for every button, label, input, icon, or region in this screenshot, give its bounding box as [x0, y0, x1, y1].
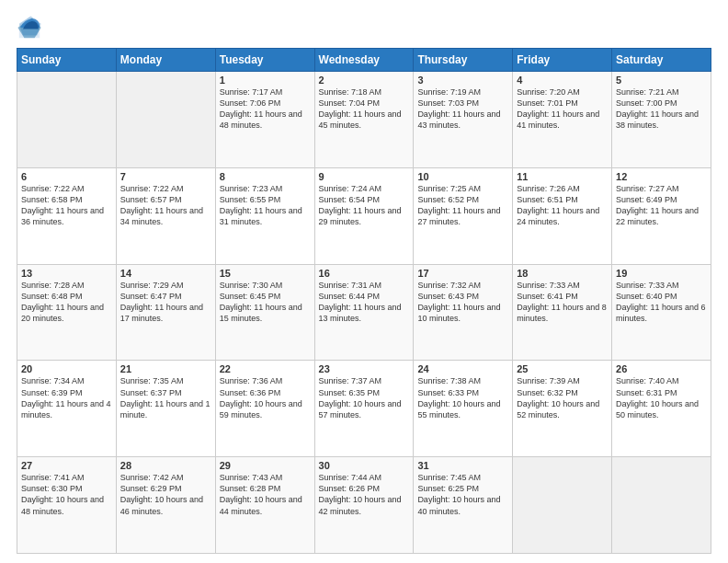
day-number: 11 [517, 171, 608, 182]
calendar-day-cell: 19Sunrise: 7:33 AMSunset: 6:40 PMDayligh… [612, 264, 711, 361]
calendar-day-header: Thursday [414, 49, 513, 72]
day-info: Sunrise: 7:20 AMSunset: 7:01 PMDaylight:… [517, 86, 608, 132]
day-info: Sunrise: 7:37 AMSunset: 6:35 PMDaylight:… [319, 375, 410, 420]
calendar-week-row: 6Sunrise: 7:22 AMSunset: 6:58 PMDaylight… [17, 167, 711, 264]
day-info: Sunrise: 7:18 AMSunset: 7:04 PMDaylight:… [319, 86, 410, 132]
day-info: Sunrise: 7:32 AMSunset: 6:43 PMDaylight:… [417, 280, 508, 325]
calendar-day-cell: 4Sunrise: 7:20 AMSunset: 7:01 PMDaylight… [513, 72, 612, 168]
calendar-day-cell [612, 457, 711, 554]
calendar-day-header: Monday [116, 49, 215, 72]
calendar-day-cell: 18Sunrise: 7:33 AMSunset: 6:41 PMDayligh… [513, 264, 612, 361]
calendar-day-cell: 1Sunrise: 7:17 AMSunset: 7:06 PMDaylight… [215, 72, 314, 168]
day-info: Sunrise: 7:31 AMSunset: 6:44 PMDaylight:… [319, 280, 410, 325]
day-number: 27 [21, 460, 112, 471]
day-info: Sunrise: 7:28 AMSunset: 6:48 PMDaylight:… [21, 280, 112, 325]
day-number: 24 [417, 363, 508, 374]
calendar-day-header: Friday [513, 49, 612, 72]
calendar-day-cell: 30Sunrise: 7:44 AMSunset: 6:26 PMDayligh… [314, 457, 414, 554]
day-number: 4 [517, 75, 608, 86]
day-info: Sunrise: 7:38 AMSunset: 6:33 PMDaylight:… [417, 375, 508, 420]
calendar-day-cell [17, 72, 117, 168]
day-info: Sunrise: 7:26 AMSunset: 6:51 PMDaylight:… [517, 183, 608, 228]
calendar-week-row: 1Sunrise: 7:17 AMSunset: 7:06 PMDaylight… [17, 72, 711, 168]
day-number: 2 [319, 75, 410, 86]
calendar-day-header: Wednesday [314, 49, 414, 72]
day-number: 20 [21, 363, 112, 374]
day-info: Sunrise: 7:42 AMSunset: 6:29 PMDaylight:… [120, 472, 211, 517]
day-info: Sunrise: 7:45 AMSunset: 6:25 PMDaylight:… [417, 472, 508, 517]
day-number: 29 [220, 460, 311, 471]
day-info: Sunrise: 7:33 AMSunset: 6:41 PMDaylight:… [517, 280, 608, 325]
day-info: Sunrise: 7:35 AMSunset: 6:37 PMDaylight:… [120, 375, 211, 420]
day-info: Sunrise: 7:43 AMSunset: 6:28 PMDaylight:… [220, 472, 311, 517]
calendar-day-header: Sunday [17, 49, 117, 72]
calendar-day-cell: 7Sunrise: 7:22 AMSunset: 6:57 PMDaylight… [116, 167, 215, 264]
day-number: 15 [220, 268, 311, 279]
calendar-day-cell: 22Sunrise: 7:36 AMSunset: 6:36 PMDayligh… [215, 361, 314, 457]
day-info: Sunrise: 7:24 AMSunset: 6:54 PMDaylight:… [319, 183, 410, 228]
calendar-day-cell: 10Sunrise: 7:25 AMSunset: 6:52 PMDayligh… [414, 167, 513, 264]
calendar-day-cell: 15Sunrise: 7:30 AMSunset: 6:45 PMDayligh… [215, 264, 314, 361]
day-info: Sunrise: 7:39 AMSunset: 6:32 PMDaylight:… [517, 375, 608, 420]
calendar-day-cell: 20Sunrise: 7:34 AMSunset: 6:39 PMDayligh… [17, 361, 117, 457]
day-number: 6 [21, 171, 112, 182]
day-number: 17 [417, 268, 508, 279]
calendar-day-cell: 16Sunrise: 7:31 AMSunset: 6:44 PMDayligh… [314, 264, 414, 361]
calendar-day-cell: 26Sunrise: 7:40 AMSunset: 6:31 PMDayligh… [612, 361, 711, 457]
day-info: Sunrise: 7:19 AMSunset: 7:03 PMDaylight:… [417, 86, 508, 132]
day-info: Sunrise: 7:34 AMSunset: 6:39 PMDaylight:… [21, 375, 112, 420]
day-info: Sunrise: 7:22 AMSunset: 6:58 PMDaylight:… [21, 183, 112, 228]
calendar-day-cell: 24Sunrise: 7:38 AMSunset: 6:33 PMDayligh… [414, 361, 513, 457]
calendar-header-row: SundayMondayTuesdayWednesdayThursdayFrid… [17, 49, 711, 72]
day-number: 25 [517, 363, 608, 374]
calendar-day-cell: 12Sunrise: 7:27 AMSunset: 6:49 PMDayligh… [612, 167, 711, 264]
day-number: 7 [120, 171, 211, 182]
day-number: 22 [220, 363, 311, 374]
calendar-day-cell: 11Sunrise: 7:26 AMSunset: 6:51 PMDayligh… [513, 167, 612, 264]
page: SundayMondayTuesdayWednesdayThursdayFrid… [0, 0, 728, 563]
day-info: Sunrise: 7:27 AMSunset: 6:49 PMDaylight:… [616, 183, 707, 228]
day-number: 18 [517, 268, 608, 279]
day-number: 5 [616, 75, 707, 86]
day-info: Sunrise: 7:30 AMSunset: 6:45 PMDaylight:… [220, 280, 311, 325]
day-number: 1 [220, 75, 311, 86]
day-number: 10 [417, 171, 508, 182]
logo [17, 15, 46, 40]
calendar-table: SundayMondayTuesdayWednesdayThursdayFrid… [17, 48, 711, 554]
calendar-day-header: Saturday [612, 49, 711, 72]
calendar-day-cell: 5Sunrise: 7:21 AMSunset: 7:00 PMDaylight… [612, 72, 711, 168]
day-number: 9 [319, 171, 410, 182]
calendar-day-cell: 31Sunrise: 7:45 AMSunset: 6:25 PMDayligh… [414, 457, 513, 554]
logo-icon [17, 15, 42, 40]
header [17, 15, 711, 40]
calendar-day-cell: 25Sunrise: 7:39 AMSunset: 6:32 PMDayligh… [513, 361, 612, 457]
day-number: 30 [319, 460, 410, 471]
day-info: Sunrise: 7:29 AMSunset: 6:47 PMDaylight:… [120, 280, 211, 325]
day-info: Sunrise: 7:33 AMSunset: 6:40 PMDaylight:… [616, 280, 707, 325]
day-number: 16 [319, 268, 410, 279]
calendar-day-cell: 29Sunrise: 7:43 AMSunset: 6:28 PMDayligh… [215, 457, 314, 554]
day-info: Sunrise: 7:41 AMSunset: 6:30 PMDaylight:… [21, 472, 112, 517]
day-number: 12 [616, 171, 707, 182]
day-info: Sunrise: 7:25 AMSunset: 6:52 PMDaylight:… [417, 183, 508, 228]
calendar-day-cell: 27Sunrise: 7:41 AMSunset: 6:30 PMDayligh… [17, 457, 117, 554]
day-info: Sunrise: 7:17 AMSunset: 7:06 PMDaylight:… [220, 86, 311, 132]
day-info: Sunrise: 7:23 AMSunset: 6:55 PMDaylight:… [220, 183, 311, 228]
day-number: 19 [616, 268, 707, 279]
calendar-day-cell: 9Sunrise: 7:24 AMSunset: 6:54 PMDaylight… [314, 167, 414, 264]
day-number: 28 [120, 460, 211, 471]
calendar-day-header: Tuesday [215, 49, 314, 72]
calendar-day-cell [513, 457, 612, 554]
day-number: 13 [21, 268, 112, 279]
calendar-day-cell: 8Sunrise: 7:23 AMSunset: 6:55 PMDaylight… [215, 167, 314, 264]
day-info: Sunrise: 7:22 AMSunset: 6:57 PMDaylight:… [120, 183, 211, 228]
calendar-day-cell: 6Sunrise: 7:22 AMSunset: 6:58 PMDaylight… [17, 167, 117, 264]
calendar-day-cell: 17Sunrise: 7:32 AMSunset: 6:43 PMDayligh… [414, 264, 513, 361]
day-info: Sunrise: 7:36 AMSunset: 6:36 PMDaylight:… [220, 375, 311, 420]
day-info: Sunrise: 7:44 AMSunset: 6:26 PMDaylight:… [319, 472, 410, 517]
calendar-day-cell: 13Sunrise: 7:28 AMSunset: 6:48 PMDayligh… [17, 264, 117, 361]
calendar-day-cell: 21Sunrise: 7:35 AMSunset: 6:37 PMDayligh… [116, 361, 215, 457]
day-info: Sunrise: 7:40 AMSunset: 6:31 PMDaylight:… [616, 375, 707, 420]
calendar-day-cell: 23Sunrise: 7:37 AMSunset: 6:35 PMDayligh… [314, 361, 414, 457]
calendar-week-row: 20Sunrise: 7:34 AMSunset: 6:39 PMDayligh… [17, 361, 711, 457]
